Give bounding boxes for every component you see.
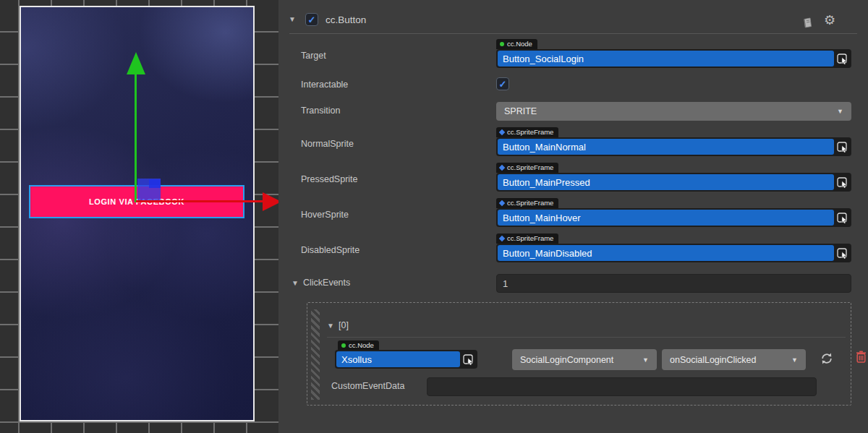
target-label: Target [301, 51, 326, 61]
disabled-sprite-value[interactable]: Button_MainDisabled [498, 245, 834, 261]
event-node-field: Xsollus [335, 350, 477, 369]
spriteframe-type-diamond-icon [499, 129, 505, 135]
pressed-sprite-label: PressedSprite [301, 174, 358, 184]
pressed-sprite-field: cc.SpriteFrame Button_MainPressed [496, 162, 851, 192]
header-divider [289, 33, 857, 34]
clickevents-collapse-icon[interactable]: ▼ [292, 279, 299, 287]
target-value[interactable]: Button_SocialLogin [498, 51, 834, 67]
component-enabled-checkbox[interactable]: ✓ [305, 13, 318, 26]
event-collapse-icon[interactable]: ▼ [327, 322, 334, 330]
normal-sprite-label: NormalSprite [301, 139, 354, 149]
refresh-icon[interactable] [820, 352, 834, 367]
spriteframe-type-tag: cc.SpriteFrame [496, 127, 558, 137]
hover-sprite-label: HoverSprite [301, 210, 349, 220]
custom-event-data-input[interactable] [427, 377, 817, 396]
target-field: cc.Node Button_SocialLogin [496, 38, 851, 68]
drag-handle[interactable] [311, 309, 320, 400]
hover-sprite-value[interactable]: Button_MainHover [498, 210, 834, 226]
clickevents-label: ClickEvents [303, 278, 350, 288]
transition-value: SPRITE [504, 106, 537, 116]
delete-event-trash-icon[interactable] [856, 351, 867, 365]
event-component-value: SocialLoginComponent [520, 355, 613, 365]
event-handler-dropdown[interactable]: onSocialLoginClicked ▼ [662, 349, 806, 370]
event-node-value[interactable]: Xsollus [336, 351, 460, 367]
event-index-label: [0] [339, 320, 349, 330]
interactable-label: Interactable [301, 80, 348, 90]
check-icon: ✓ [499, 79, 507, 90]
chevron-down-icon: ▼ [837, 108, 843, 115]
scene-view[interactable]: LOGIN VIA FACEBOOK [0, 0, 278, 433]
normal-sprite-value[interactable]: Button_MainNormal [498, 139, 834, 155]
transition-label: Transition [301, 106, 340, 116]
event-divider [327, 337, 846, 338]
y-axis-arrowhead-icon[interactable] [127, 52, 145, 74]
spriteframe-type-diamond-icon [499, 165, 505, 171]
event-component-dropdown[interactable]: SocialLoginComponent ▼ [512, 349, 657, 370]
spriteframe-type-diamond-icon [499, 236, 505, 241]
hover-sprite-field: cc.SpriteFrame Button_MainHover [496, 197, 851, 227]
asset-picker-icon[interactable] [834, 210, 850, 226]
click-event-item: ▼ [0] cc.Node Xsollus [307, 302, 851, 406]
check-icon: ✓ [308, 14, 316, 25]
gear-icon[interactable]: ⚙ [824, 12, 835, 28]
node-picker-icon[interactable] [460, 351, 476, 367]
x-axis-gizmo[interactable] [136, 200, 263, 202]
transition-dropdown[interactable]: SPRITE ▼ [496, 102, 851, 121]
chevron-down-icon: ▼ [791, 356, 798, 364]
spriteframe-type-tag: cc.SpriteFrame [496, 198, 558, 208]
disabled-sprite-field: cc.SpriteFrame Button_MainDisabled [496, 233, 851, 262]
clickevents-count-input[interactable] [496, 274, 851, 293]
interactable-checkbox[interactable]: ✓ [496, 77, 509, 90]
spriteframe-type-tag: cc.SpriteFrame [496, 233, 558, 244]
spriteframe-type-tag: cc.SpriteFrame [496, 163, 558, 173]
component-collapse-icon[interactable]: ▼ [289, 15, 296, 23]
spriteframe-type-diamond-icon [499, 200, 505, 206]
event-node-type-tag: cc.Node [338, 340, 379, 351]
chevron-down-icon: ▼ [642, 356, 649, 364]
y-axis-gizmo[interactable] [135, 72, 137, 202]
target-type-tag: cc.Node [496, 39, 537, 49]
inspector-panel: ▼ ✓ cc.Button ⚙ Target cc.Node Button_So… [278, 0, 868, 433]
disabled-sprite-label: DisabledSprite [301, 245, 359, 255]
help-doc-icon[interactable] [801, 17, 814, 31]
node-type-dot-icon [341, 343, 346, 348]
node-type-dot-icon [500, 42, 504, 46]
asset-picker-icon[interactable] [834, 174, 850, 190]
pressed-sprite-value[interactable]: Button_MainPressed [498, 174, 834, 190]
component-title: cc.Button [326, 14, 366, 25]
editor-window: LOGIN VIA FACEBOOK ▼ ✓ cc.Button ⚙ Targe… [0, 0, 868, 433]
custom-event-data-label: CustomEventData [331, 381, 404, 391]
asset-picker-icon[interactable] [834, 245, 850, 261]
asset-picker-icon[interactable] [834, 139, 850, 155]
node-picker-icon[interactable] [834, 51, 850, 67]
normal-sprite-field: cc.SpriteFrame Button_MainNormal [496, 127, 851, 156]
event-handler-value: onSocialLoginClicked [670, 355, 757, 365]
anchor-gizmo-rect-accent [149, 179, 161, 188]
